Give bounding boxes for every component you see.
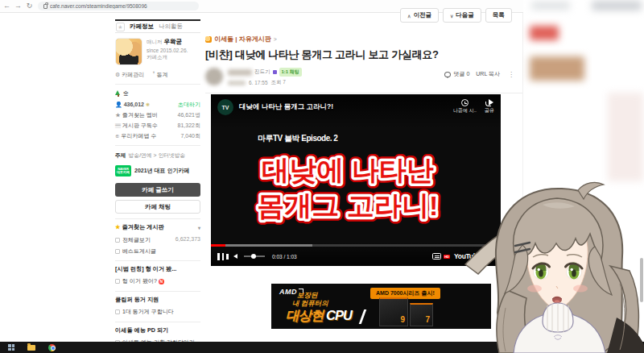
back-icon[interactable]: ← — [2, 2, 11, 10]
author-avatar-blurred[interactable] — [205, 68, 223, 85]
cafe-since: since 2015.02.26. — [147, 48, 188, 53]
url-copy-button[interactable]: URL 복사 — [476, 70, 500, 78]
divider — [205, 93, 522, 93]
cafe-intro-link[interactable]: 카페소개 — [147, 54, 188, 61]
manager-name[interactable]: 우왁굳 — [164, 38, 183, 46]
more-menu-icon[interactable]: ⋮ — [508, 71, 514, 78]
board-link-all[interactable]: 전체글보기 6,622,373 — [115, 235, 200, 246]
video-header: TV 대낮에 나타난 몸개그 고라니?! 나중에 시.. 공유 — [211, 94, 501, 128]
vtuber-avatar — [459, 179, 644, 353]
pause-button[interactable] — [217, 253, 224, 260]
menu-group-header: 클립퍼 동거 지원 — [115, 291, 200, 307]
representative-cafe-badge: NAVER대표카페 2021년 대표 인기카페 — [115, 163, 200, 181]
post-area: 이세돌 | 자유게시판 > [비챤] 대낮에 나타난 몸개그 고라니 보고 가실… — [205, 13, 522, 93]
channel-avatar[interactable]: TV — [217, 99, 233, 115]
blurred-content — [530, 56, 584, 81]
screen: ← → ↻ cafe.naver.com/steamindiegame/9508… — [0, 0, 644, 353]
share-button[interactable]: 공유 — [485, 99, 494, 114]
video-title[interactable]: 대낮에 나타난 몸개그 고라니?! — [239, 102, 445, 112]
members-icon: 👤 — [115, 102, 122, 107]
forward-icon[interactable]: → — [14, 2, 23, 10]
video-controls: 0:03 / 1:03 HD YouTube — [211, 242, 501, 266]
cafe-chat-button[interactable]: 카페 채팅 — [115, 200, 200, 214]
cafe-manage-link[interactable]: ⚙ 카페관리 — [115, 71, 144, 79]
tab-cafe-info[interactable]: 카페정보 — [130, 23, 154, 31]
volume-slider[interactable] — [244, 255, 265, 257]
one-to-one-chat-badge[interactable]: 1:1 채팅 — [279, 68, 302, 77]
board-link-best[interactable]: 베스트게시글 — [115, 246, 200, 257]
reload-icon[interactable]: ↻ — [25, 2, 34, 10]
invite-link[interactable]: 초대하기 — [178, 101, 200, 109]
start-button-icon[interactable] — [8, 344, 14, 351]
comment-icon — [444, 72, 451, 77]
url-text[interactable]: cafe.naver.com/steamindiegame/9508096 — [50, 3, 147, 9]
episode-caption: 마루TV 블박 Episode. 2 — [211, 133, 501, 144]
new-badge: N — [159, 279, 164, 284]
cpu-box-ryzen9: 9 — [379, 297, 408, 326]
youtube-player[interactable]: TV 대낮에 나타난 몸개그 고라니?! 나중에 시.. 공유 마루TV 블박 … — [211, 94, 501, 266]
captions-button[interactable] — [432, 253, 441, 260]
cafe-stats-link[interactable]: ꜛ 통계 — [152, 71, 167, 79]
board-icon: ▤ — [115, 123, 121, 128]
thumbnail-headline: 대낮에 나타난 대낮에 나타난 대낮에 나타난 몸개그 고라니! 몸개그 고라니… — [219, 146, 493, 235]
board-emoji-icon — [205, 36, 212, 43]
manage-row: ⚙ 카페관리 ꜛ 통계 — [115, 69, 200, 85]
chevron-up-icon: ∧ — [407, 13, 411, 19]
clock-icon — [461, 99, 469, 106]
progress-bar[interactable] — [211, 244, 501, 247]
app-icon: ⊕ — [115, 133, 120, 139]
forest-label: 숲 — [123, 89, 129, 98]
address-bar[interactable]: cafe.naver.com/steamindiegame/9508096 — [38, 2, 199, 10]
cafe-topic: 주제방송/연예 > 인터넷방송 — [115, 150, 200, 163]
time-display: 0:03 / 1:03 — [272, 254, 297, 260]
prev-post-button[interactable]: ∧이전글 — [400, 8, 439, 23]
favorite-boards-header[interactable]: ★즐겨찾는 게시판 ▾ — [115, 218, 200, 235]
file-explorer-icon[interactable] — [27, 345, 35, 351]
graph-icon: ꜛ — [152, 72, 155, 77]
board-link[interactable]: 1대 동거게 구합니다 — [115, 307, 200, 318]
blurred-content — [608, 93, 643, 181]
post-date-blurred — [228, 81, 246, 85]
post-views: 조회 7 — [271, 79, 286, 86]
author-row: 진드기 1:1 채팅 6. 17:55 조회 7 댓글 0 URL 복사 ⋮ — [205, 68, 522, 86]
cafe-sidebar: ★ 카페정보 나의활동 매니저 우왁굳 since 2015.02.26. 카페… — [115, 19, 200, 353]
tab-my-activity[interactable]: 나의활동 — [159, 23, 183, 31]
chevron-down-icon[interactable]: ▾ — [198, 225, 200, 230]
cpu-box-ryzen7: 7 — [410, 303, 433, 326]
comment-count[interactable]: 댓글 0 — [444, 70, 469, 78]
board-list-icon — [115, 238, 120, 243]
favorite-star-icon[interactable]: ★ — [116, 23, 125, 31]
watch-later-button[interactable]: 나중에 시.. — [453, 99, 477, 114]
stat-row: ⊕ 우리카페앱 수 7,040회 — [115, 131, 200, 141]
list-button[interactable]: 목록 — [485, 8, 512, 23]
lock-icon — [43, 4, 47, 9]
member-count: 436,012 — [124, 102, 144, 107]
author-name-blurred — [228, 69, 252, 76]
manager-label: 매니저 — [147, 39, 163, 46]
ad-line3: 대상현 CPU — [286, 307, 352, 325]
star-icon: ★ — [115, 112, 121, 118]
tree-icon — [115, 90, 121, 97]
blurred-content — [592, 1, 642, 10]
volume-icon[interactable] — [233, 254, 237, 259]
cafe-write-button[interactable]: 카페 글쓰기 — [115, 183, 200, 197]
buffered-bar — [211, 244, 312, 247]
breadcrumb-arrow: > — [274, 36, 277, 42]
breadcrumb[interactable]: 이세돌 | 자유게시판 > — [205, 35, 522, 44]
board-list-icon — [115, 249, 120, 254]
naver-logo-icon: NAVER대표카페 — [115, 165, 131, 176]
breadcrumb-board[interactable]: 이세돌 | 자유게시판 — [214, 35, 271, 44]
blush-left — [527, 285, 542, 293]
author-rank: 진드기 — [254, 69, 270, 76]
chevron-down-icon: ∨ — [450, 13, 453, 19]
forest-row[interactable]: 숲 — [115, 85, 200, 99]
board-link[interactable]: 형 이거 봤어?N — [115, 276, 200, 288]
hd-badge: HD — [444, 255, 450, 259]
menu-group-header: 이세돌 예능 PD 되기 — [115, 322, 200, 338]
next-post-button[interactable]: ∨다음글 — [443, 8, 481, 23]
rank-gem-icon — [273, 70, 277, 74]
blurred-content — [531, 2, 570, 10]
cafe-profile-image[interactable] — [115, 38, 142, 65]
chrome-icon[interactable] — [48, 344, 56, 351]
stat-row: ★ 즐겨찾는 멤버 46,621명 — [115, 110, 200, 120]
